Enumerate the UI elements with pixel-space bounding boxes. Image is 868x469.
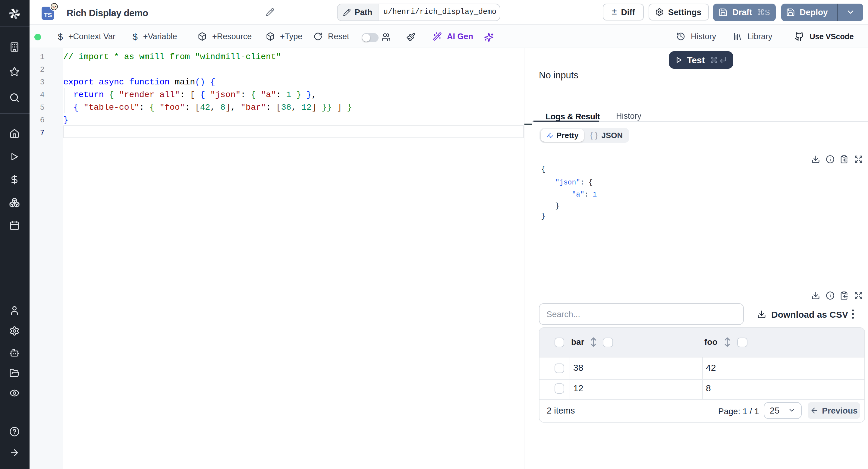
- svg-text:TS: TS: [44, 11, 52, 19]
